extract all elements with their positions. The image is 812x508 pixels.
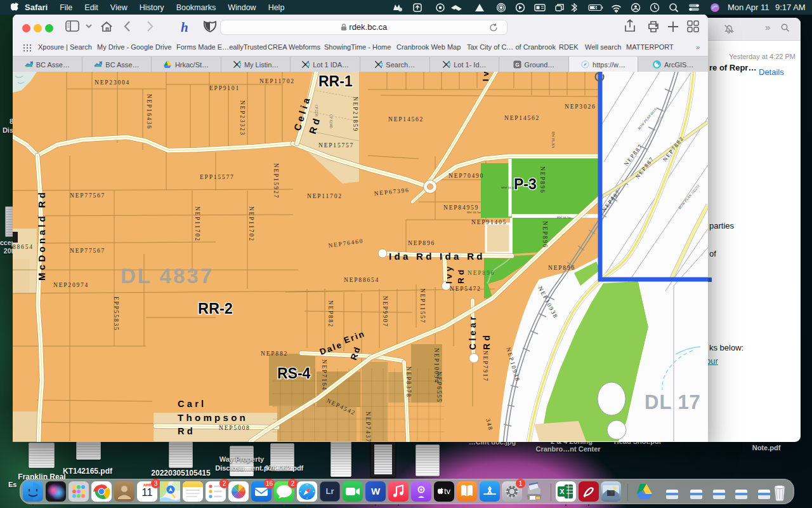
svg-text:NEP84959: NEP84959: [443, 204, 479, 211]
svg-text:NEP11702: NEP11702: [259, 78, 295, 84]
svg-text:NEP23323: NEP23323: [239, 100, 246, 136]
svg-text:NEP8378: NEP8378: [405, 366, 412, 398]
svg-text:NEP896: NEP896: [408, 240, 435, 246]
svg-text:G: G: [515, 62, 520, 68]
svg-text:RW 18.7m: RW 18.7m: [557, 216, 571, 219]
svg-text:NEP3026: NEP3026: [565, 104, 596, 110]
svg-text:DL 17: DL 17: [645, 391, 701, 413]
svg-text:RR-2: RR-2: [198, 300, 233, 317]
svg-text:NEP882: NEP882: [327, 300, 334, 328]
svg-text:NEP7164: NEP7164: [321, 359, 327, 391]
svg-text:Rd: Rd: [456, 267, 466, 284]
svg-text:NEP11702: NEP11702: [194, 206, 200, 242]
svg-text:NEP6555: NEP6555: [436, 371, 442, 403]
svg-text:NEP5008: NEP5008: [219, 425, 251, 431]
svg-text:NEP896: NEP896: [542, 221, 548, 248]
svg-text:X: X: [560, 488, 565, 495]
svg-text:Mon Apr 11: Mon Apr 11: [728, 3, 769, 12]
svg-text:CP 12345: CP 12345: [329, 114, 333, 128]
svg-text:NEP77567: NEP77567: [70, 192, 105, 199]
svg-text:NEP9907: NEP9907: [382, 296, 388, 328]
svg-text:NEP7437: NEP7437: [365, 411, 371, 442]
svg-text:NEP23004: NEP23004: [95, 79, 130, 86]
svg-text:NEP5472: NEP5472: [450, 286, 481, 292]
svg-text:Iv: Iv: [481, 72, 490, 81]
svg-text:RS-4: RS-4: [277, 365, 311, 382]
svg-text:CP 2231: CP 2231: [315, 105, 318, 117]
svg-text:h: h: [181, 20, 188, 35]
svg-text:NEP11702: NEP11702: [307, 193, 343, 199]
svg-text:Carl: Carl: [178, 399, 206, 409]
svg-text:EPP55835: EPP55835: [113, 297, 119, 331]
svg-text:88654: 88654: [13, 244, 34, 250]
svg-text:NEP882: NEP882: [261, 351, 288, 357]
svg-text:EPP9101: EPP9101: [209, 85, 240, 91]
svg-text:NEP11557: NEP11557: [419, 288, 426, 324]
svg-text:RW 18.7m: RW 18.7m: [467, 211, 481, 214]
svg-text:NEP11702: NEP11702: [248, 206, 254, 242]
svg-text:Ida Rd Ida Rd: Ida Rd Ida Rd: [389, 251, 485, 262]
svg-text:Rd: Rd: [178, 426, 195, 436]
svg-text:9:17 AM: 9:17 AM: [775, 3, 806, 12]
svg-text:Clear: Clear: [468, 314, 478, 350]
svg-text:P-3: P-3: [514, 176, 537, 192]
svg-text:NEP896: NEP896: [468, 270, 495, 276]
svg-text:Thompson: Thompson: [178, 412, 248, 423]
svg-text:NEP896: NEP896: [548, 265, 575, 271]
svg-text:McDonald Rd: McDonald Rd: [36, 190, 47, 281]
svg-text:NEP21859: NEP21859: [352, 97, 358, 132]
svg-text:NEP15757: NEP15757: [318, 142, 354, 149]
svg-text:NEP16436: NEP16436: [146, 94, 152, 130]
svg-text:NEP77567: NEP77567: [70, 248, 105, 254]
svg-text:Rd: Rd: [481, 333, 492, 350]
svg-text:NEP91405: NEP91405: [471, 219, 507, 225]
svg-text:NEP7917: NEP7917: [482, 351, 488, 382]
svg-text:NEP14562: NEP14562: [504, 115, 540, 121]
svg-text:NEP88654: NEP88654: [344, 277, 379, 283]
svg-text:NEP15927: NEP15927: [273, 163, 279, 199]
svg-text:EPP15577: EPP15577: [200, 174, 235, 180]
svg-text:RR-1: RR-1: [318, 73, 353, 90]
svg-text:DL 4837: DL 4837: [121, 264, 214, 288]
svg-text:RW PLAN: RW PLAN: [551, 131, 555, 149]
svg-text:Ivy: Ivy: [444, 264, 454, 284]
svg-text:NEP896: NEP896: [539, 166, 546, 194]
svg-text:NEP70490: NEP70490: [449, 173, 484, 179]
svg-text:NEP14562: NEP14562: [388, 116, 424, 123]
svg-text:NEP20974: NEP20974: [53, 282, 89, 288]
